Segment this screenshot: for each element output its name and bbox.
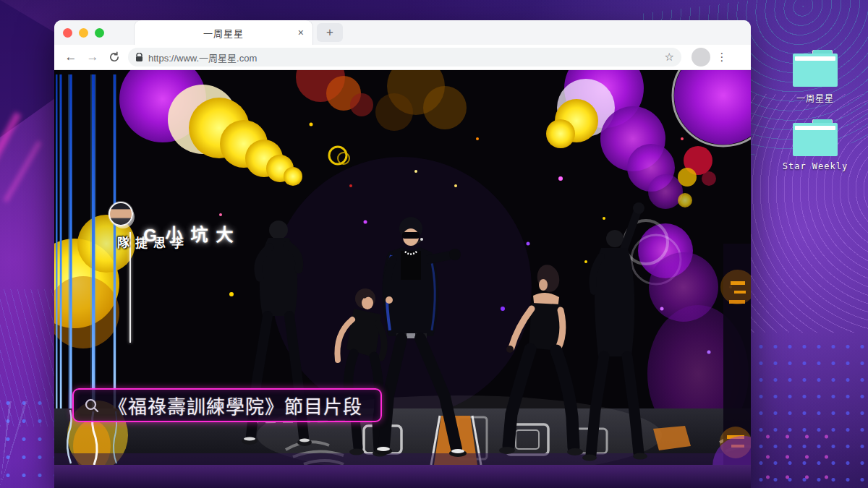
url-text: https://www.一周星星.com bbox=[148, 51, 665, 64]
caption-banner: 《福祿壽訓練學院》節目片段 bbox=[72, 388, 382, 422]
reload-icon[interactable] bbox=[103, 51, 125, 63]
tab-active[interactable]: 一周星星 × bbox=[135, 20, 312, 45]
tab-bar: 一周星星 × + bbox=[54, 20, 751, 45]
folder-icon bbox=[793, 123, 838, 156]
folder-label: Star Weekly bbox=[780, 161, 850, 171]
folder-icon bbox=[793, 53, 838, 87]
desktop-icon-folder-1[interactable]: 一周星星 bbox=[780, 53, 850, 104]
performer-name-vertical: 大坑小G bbox=[140, 226, 236, 249]
profile-avatar[interactable] bbox=[692, 48, 710, 67]
forward-icon[interactable]: → bbox=[82, 50, 103, 64]
performer-avatar bbox=[109, 202, 133, 226]
new-tab-button[interactable]: + bbox=[317, 23, 343, 42]
magnifier-icon bbox=[84, 398, 100, 414]
lock-icon bbox=[135, 53, 143, 62]
close-window-button[interactable] bbox=[63, 28, 72, 38]
folder-label: 一周星星 bbox=[780, 92, 850, 104]
under-stage bbox=[54, 465, 751, 488]
video-scene bbox=[54, 70, 751, 488]
video-player[interactable]: 李思捷隊 大坑小G 《福祿壽訓練學院》節目片段 bbox=[54, 70, 751, 488]
caption-text: 《福祿壽訓練學院》節目片段 bbox=[109, 392, 362, 419]
address-bar[interactable]: https://www.一周星星.com ☆ bbox=[128, 48, 681, 67]
back-icon[interactable]: ← bbox=[60, 50, 82, 64]
window-controls bbox=[54, 28, 114, 38]
wallpaper-dot-grid-pink bbox=[758, 427, 838, 488]
menu-dots-icon[interactable]: ⋮ bbox=[712, 51, 732, 64]
minimize-window-button[interactable] bbox=[79, 28, 88, 38]
toolbar: ← → https://www.一周星星.com ☆ ⋮ bbox=[54, 45, 751, 70]
desktop-icon-folder-2[interactable]: Star Weekly bbox=[780, 123, 850, 171]
tab-close-icon[interactable]: × bbox=[298, 27, 304, 38]
tab-title: 一周星星 bbox=[203, 26, 244, 40]
desktop: 一周星星 Star Weekly 一周星星 × + ← → bbox=[0, 0, 868, 488]
browser-window[interactable]: 一周星星 × + ← → https://www.一周星星.com ☆ ⋮ bbox=[54, 20, 751, 488]
bookmark-star-icon[interactable]: ☆ bbox=[665, 51, 674, 64]
zoom-window-button[interactable] bbox=[95, 28, 104, 38]
